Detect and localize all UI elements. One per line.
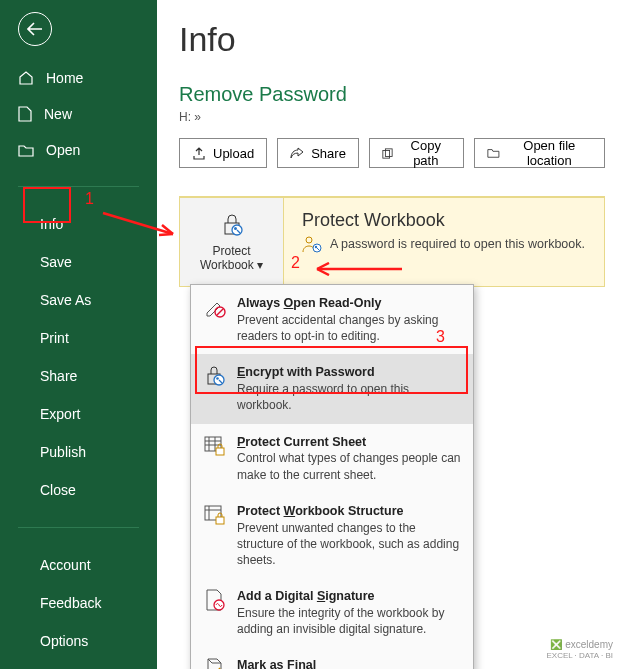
nav-info[interactable]: Info — [0, 205, 157, 243]
button-label: Share — [311, 146, 346, 161]
nav-close[interactable]: Close — [0, 471, 157, 509]
person-lock-icon — [302, 235, 322, 253]
lock-key-icon — [219, 212, 245, 238]
nav-label: Save — [40, 254, 72, 270]
nav-open[interactable]: Open — [0, 132, 157, 168]
copy-icon — [382, 147, 394, 160]
share-button[interactable]: Share — [277, 138, 359, 168]
nav-label: Options — [40, 633, 88, 649]
page-title: Info — [179, 20, 605, 59]
nav-options[interactable]: Options — [0, 622, 157, 660]
share-icon — [290, 147, 304, 160]
protect-workbook-button[interactable]: Protect Workbook ▾ — [180, 198, 284, 286]
svg-rect-13 — [216, 448, 224, 455]
menu-desc: Control what types of changes people can… — [237, 451, 460, 481]
document-title: Remove Password — [179, 83, 605, 106]
nav-label: Close — [40, 482, 76, 498]
chevron-down-icon: ▾ — [257, 258, 263, 272]
open-folder-icon — [18, 143, 34, 157]
menu-read-only[interactable]: Always Open Read-OnlyPrevent accidental … — [191, 285, 473, 354]
nav-label: New — [44, 106, 72, 122]
sheet-lock-icon — [203, 434, 227, 458]
menu-protect-structure[interactable]: Protect Workbook StructurePrevent unwant… — [191, 493, 473, 578]
nav-print[interactable]: Print — [0, 319, 157, 357]
nav-label: Account — [40, 557, 91, 573]
menu-desc: Prevent unwanted changes to the structur… — [237, 521, 459, 567]
nav-label: Print — [40, 330, 69, 346]
nav-label: Publish — [40, 444, 86, 460]
back-arrow-icon — [27, 22, 43, 36]
nav-label: Home — [46, 70, 83, 86]
back-button[interactable] — [18, 12, 52, 46]
nav-saveas[interactable]: Save As — [0, 281, 157, 319]
folder-icon — [487, 147, 500, 159]
final-doc-icon — [203, 657, 227, 669]
svg-rect-1 — [385, 148, 392, 156]
svg-point-5 — [306, 237, 312, 243]
svg-point-7 — [315, 246, 317, 248]
nav-share[interactable]: Share — [0, 357, 157, 395]
button-label: Copy path — [401, 138, 451, 168]
divider — [18, 527, 139, 528]
upload-icon — [192, 147, 206, 160]
menu-encrypt-password[interactable]: Encrypt with PasswordRequire a password … — [191, 354, 473, 423]
button-label-l1: Protect — [212, 244, 250, 258]
divider — [18, 186, 139, 187]
nav-label: Open — [46, 142, 80, 158]
nav-label: Feedback — [40, 595, 101, 611]
nav-label: Save As — [40, 292, 91, 308]
workbook-lock-icon — [203, 503, 227, 527]
nav-save[interactable]: Save — [0, 243, 157, 281]
menu-desc: Ensure the integrity of the workbook by … — [237, 606, 444, 636]
svg-rect-15 — [216, 517, 224, 524]
nav-account[interactable]: Account — [0, 546, 157, 584]
backstage-sidebar: Home New Open Info Save Save As Print Sh… — [0, 0, 157, 669]
document-path: H: » — [179, 110, 605, 124]
protect-title: Protect Workbook — [302, 210, 586, 231]
button-label-l2: Workbook ▾ — [200, 258, 263, 272]
nav-home[interactable]: Home — [0, 60, 157, 96]
menu-mark-final[interactable]: Mark as FinalLet readers know the docume… — [191, 647, 473, 669]
svg-rect-0 — [383, 150, 390, 158]
protect-workbook-menu: Always Open Read-OnlyPrevent accidental … — [190, 284, 474, 669]
lock-key-icon — [203, 364, 227, 388]
protect-workbook-panel: Protect Workbook ▾ Protect Workbook A pa… — [179, 196, 605, 287]
upload-button[interactable]: Upload — [179, 138, 267, 168]
pen-prohibit-icon — [203, 295, 227, 319]
button-label: Open file location — [507, 138, 592, 168]
protect-desc: A password is required to open this work… — [330, 237, 585, 251]
nav-publish[interactable]: Publish — [0, 433, 157, 471]
nav-label: Info — [40, 216, 63, 232]
nav-export[interactable]: Export — [0, 395, 157, 433]
new-doc-icon — [18, 106, 32, 122]
svg-point-4 — [234, 227, 237, 230]
nav-feedback[interactable]: Feedback — [0, 584, 157, 622]
button-label: Upload — [213, 146, 254, 161]
watermark: ❎ exceldemyEXCEL · DATA · BI — [546, 639, 613, 661]
menu-desc: Require a password to open this workbook… — [237, 382, 409, 412]
open-location-button[interactable]: Open file location — [474, 138, 605, 168]
copy-path-button[interactable]: Copy path — [369, 138, 464, 168]
nav-label: Share — [40, 368, 77, 384]
menu-desc: Prevent accidental changes by asking rea… — [237, 313, 438, 343]
home-icon — [18, 70, 34, 86]
svg-point-11 — [216, 377, 219, 380]
nav-label: Export — [40, 406, 80, 422]
nav-new[interactable]: New — [0, 96, 157, 132]
menu-protect-sheet[interactable]: Protect Current SheetControl what types … — [191, 424, 473, 493]
signature-icon — [203, 588, 227, 612]
menu-digital-signature[interactable]: Add a Digital SignatureEnsure the integr… — [191, 578, 473, 647]
